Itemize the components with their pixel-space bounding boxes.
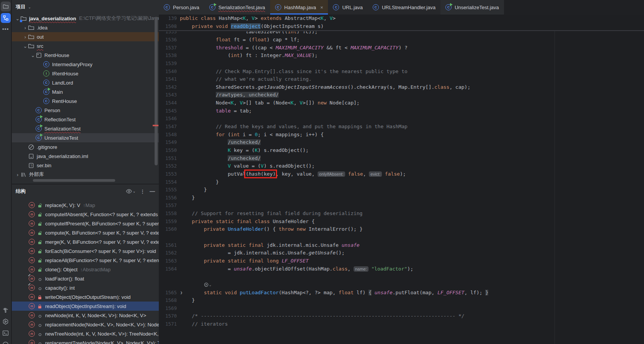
code-line-1557[interactable]: 1557 — [159, 202, 644, 210]
line-number[interactable]: 1542 — [159, 83, 177, 91]
structure-item[interactable]: mwriteObject(ObjectOutputStream): void — [12, 292, 159, 302]
tree-item-___[interactable]: ›外部库 — [12, 170, 159, 179]
code-line-1538[interactable]: 1538 (int) ft : Integer.MAX_VALUE); — [159, 52, 644, 60]
structure-item[interactable]: mreplace(K, V): V↑Map — [12, 201, 159, 210]
line-number[interactable]: 1564 — [159, 265, 177, 273]
tree-item-out[interactable]: ›out — [12, 32, 159, 41]
code-line-1550[interactable]: 1550 K key = (K) s.readObject(); — [159, 147, 644, 155]
code-line-1570[interactable]: 1570 /* --------------------------------… — [159, 312, 644, 320]
structure-item[interactable]: mcomputeIfPresent(K, BiFunction<? super … — [12, 219, 159, 228]
code-area[interactable]: 1535 tableSizeFor((int) fc));1536 float … — [159, 31, 644, 344]
project-icon[interactable] — [1, 2, 11, 11]
tree-item-SerializationTest[interactable]: CSerializationTest — [12, 124, 159, 133]
line-number[interactable]: 1568 — [159, 297, 177, 305]
line-number[interactable]: 1508 — [159, 23, 177, 31]
more-icon[interactable]: ••• — [2, 26, 9, 32]
line-number[interactable]: 1536 — [159, 36, 177, 44]
code-line-1548[interactable]: 1548 for (int i = 0; i < mappings; i++) … — [159, 131, 644, 139]
code-line-1544[interactable]: 1544 Node<K, V>[] tab = (Node<K, V>[]) n… — [159, 99, 644, 107]
code-line[interactable]: ⌄ — [159, 281, 644, 289]
structure-item[interactable]: mforEach(BiConsumer<? super K, ? super V… — [12, 246, 159, 256]
line-number[interactable]: 1569 — [159, 305, 177, 313]
structure-item[interactable]: mclone(): Object↑AbstractMap — [12, 265, 159, 274]
code-line-1543[interactable]: 1543 /rawtypes, unchecked/ — [159, 91, 644, 99]
structure-item[interactable]: mcomputeIfAbsent(K, Function<? super K, … — [12, 210, 159, 219]
chevron-down-icon[interactable]: ⌄ — [23, 43, 28, 49]
code-line-1542[interactable]: 1542 SharedSecrets.getJavaObjectInputStr… — [159, 83, 644, 91]
tree-item-Main[interactable]: CMain — [12, 87, 159, 96]
tree-item-.gitignore[interactable]: .gitignore — [12, 142, 159, 152]
line-number[interactable]: 1553 — [159, 170, 177, 178]
structure-item[interactable]: mcompute(K, BiFunction<? super K, ? supe… — [12, 228, 159, 237]
code-line-1535[interactable]: 1535 tableSizeFor((int) fc)); — [159, 31, 644, 36]
tree-item-RentHouse[interactable]: CRentHouse — [12, 96, 159, 106]
code-line-1541[interactable]: 1541 // what we're actually creating. — [159, 75, 644, 83]
code-line-1564[interactable]: 1564 = unsafe.objectFieldOffset(HashMap.… — [159, 265, 644, 273]
line-number[interactable]: 1555 — [159, 186, 177, 194]
tree-item-ReflectionTest[interactable]: CReflectionTest — [12, 115, 159, 124]
code-line-1560[interactable]: 1560 private UnsafeHolder() { throw new … — [159, 225, 644, 233]
structure-item[interactable]: mloadFactor(): float — [12, 274, 159, 283]
tree-item-LandLord[interactable]: CLandLord — [12, 78, 159, 87]
tree-item-UnserializeTest[interactable]: CUnserializeTest — [12, 133, 159, 142]
line-number[interactable]: 1571 — [159, 320, 177, 328]
structure-item[interactable]: mreplacementTreeNode(Node<K, V>, Node<K,… — [12, 338, 159, 344]
structure-item[interactable]: mreplacementNode(Node<K, V>, Node<K, V>)… — [12, 320, 159, 329]
line-number[interactable]: 1548 — [159, 131, 177, 139]
tab-URL.java[interactable]: CURL.java — [328, 0, 367, 15]
code-line-1536[interactable]: 1536 float ft = (float) cap * lf; — [159, 36, 644, 44]
chevron-down-icon[interactable]: ⌄ — [15, 16, 20, 21]
code-line-1568[interactable]: 1568 } — [159, 297, 644, 305]
line-number[interactable]: 1556 — [159, 194, 177, 202]
line-number[interactable]: 1562 — [159, 249, 177, 257]
code-line-1553[interactable]: 1553 putVal(hash(key), key, value, onlyI… — [159, 170, 644, 178]
code-line-1537[interactable]: 1537 threshold = ((cap < MAXIMUM_CAPACIT… — [159, 44, 644, 52]
structure-item[interactable]: mnewTreeNode(int, K, V, Node<K, V>): Tre… — [12, 329, 159, 338]
structure-item[interactable]: mmerge(K, V, BiFunction<? super V, ? sup… — [12, 237, 159, 246]
code-line-1551[interactable]: 1551 /unchecked/ — [159, 155, 644, 163]
chevron-right-icon[interactable]: › — [23, 25, 28, 31]
line-number[interactable]: 1561 — [159, 241, 177, 249]
code-line[interactable] — [159, 233, 644, 241]
code-line-1559[interactable]: 1559 private static final class UnsafeHo… — [159, 218, 644, 226]
line-number[interactable]: 1538 — [159, 52, 177, 60]
terminal-icon[interactable] — [1, 328, 11, 338]
tree-item-.idea[interactable]: ›.idea — [12, 23, 159, 32]
tree-item-IntermediaryProxy[interactable]: CIntermediaryProxy — [12, 60, 159, 69]
line-number[interactable]: 1546 — [159, 115, 177, 123]
code-line-1571[interactable]: 1571 // iterators — [159, 320, 644, 328]
code-line-1558[interactable]: 1558 // Support for resetting final fiel… — [159, 210, 644, 218]
line-number[interactable]: 1558 — [159, 210, 177, 218]
tree-item-IRentHouse[interactable]: IIRentHouse — [12, 69, 159, 78]
chevron-right-icon[interactable]: › — [23, 34, 28, 40]
code-line-1549[interactable]: 1549 /unchecked/ — [159, 139, 644, 147]
line-number[interactable]: 1547 — [159, 123, 177, 131]
line-number[interactable]: 1544 — [159, 99, 177, 107]
code-line-1540[interactable]: 1540 // Check Map.Entry[].class since it… — [159, 68, 644, 76]
kebab-menu-icon[interactable]: ⋮ — [140, 189, 145, 194]
code-line-1562[interactable]: 1562 = jdk.internal.misc.Unsafe.getUnsaf… — [159, 249, 644, 257]
line-number[interactable]: 1539 — [159, 60, 177, 68]
tree-item-RentHouse[interactable]: ⌄RentHouse — [12, 51, 159, 60]
build-hammer-icon[interactable] — [1, 305, 11, 315]
tree-item-src[interactable]: ⌄src — [12, 41, 159, 51]
code-line-1554[interactable]: 1554 } — [159, 178, 644, 186]
structure-item[interactable]: mcapacity(): int — [12, 283, 159, 292]
line-number[interactable]: 1565 — [159, 289, 177, 297]
annotation-icon[interactable]: ⌄ — [204, 281, 211, 289]
line-number[interactable]: 1563 — [159, 257, 177, 265]
line-number[interactable]: 1537 — [159, 44, 177, 52]
code-line-1508[interactable]: 1508 private void readObject(ObjectInput… — [159, 23, 644, 31]
project-vertical-scrollbar[interactable] — [155, 17, 158, 165]
tab-UnserializeTest.java[interactable]: CUnserializeTest.java — [440, 0, 504, 15]
project-horizontal-scrollbar[interactable] — [33, 179, 115, 182]
close-icon[interactable]: × — [320, 5, 323, 10]
code-line-1565[interactable]: 1565❯ static void putLoadFactor(HashMap<… — [159, 289, 644, 297]
code-line[interactable] — [159, 273, 644, 281]
line-number[interactable]: 1570 — [159, 312, 177, 320]
tree-item-Person[interactable]: CPerson — [12, 106, 159, 115]
code-line-1555[interactable]: 1555 } — [159, 186, 644, 194]
structure-tool-icon[interactable] — [1, 13, 11, 23]
line-number[interactable]: 1560 — [159, 225, 177, 233]
code-line-1539[interactable]: 1539 — [159, 60, 644, 68]
